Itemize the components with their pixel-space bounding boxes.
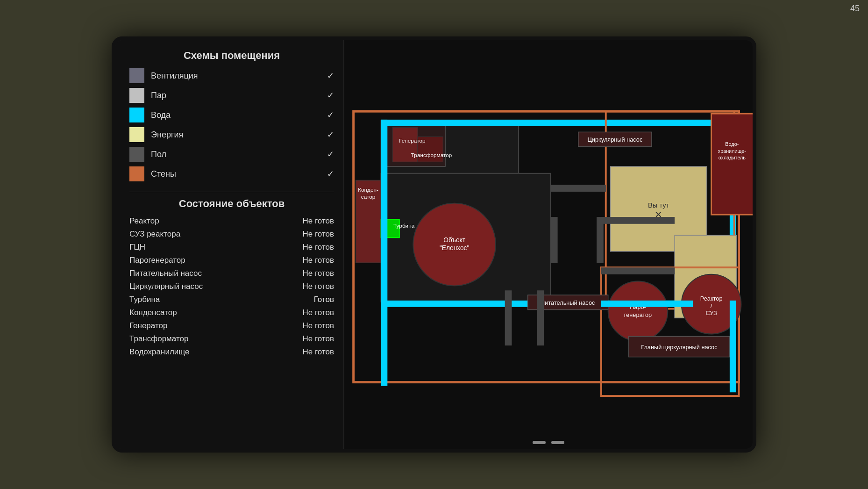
- svg-rect-44: [551, 185, 606, 192]
- status-condenser: Конденсатор Не готов: [129, 308, 334, 317]
- svg-text:СУЗ: СУЗ: [705, 309, 717, 316]
- svg-rect-17: [711, 114, 753, 215]
- status-feed-pump: Питательный насос Не готов: [129, 269, 334, 278]
- section2-title: Состояние объектов: [129, 198, 334, 210]
- check-floor[interactable]: ✓: [327, 149, 334, 159]
- label-steam: Пар: [151, 91, 322, 101]
- svg-text:Вы тут: Вы тут: [648, 201, 669, 209]
- svg-text:Реактор: Реактор: [700, 295, 723, 302]
- label-floor: Пол: [151, 150, 322, 159]
- bottom-dots: [533, 441, 564, 444]
- color-walls: [129, 166, 144, 181]
- svg-rect-51: [601, 301, 693, 307]
- left-panel: Схемы помещения Вентиляция ✓ Пар ✓ Вода …: [115, 40, 344, 449]
- status-circ-pump: Циркулярный насос Не готов: [129, 282, 334, 291]
- svg-text:Объект: Объект: [443, 237, 465, 244]
- color-water: [129, 108, 144, 122]
- legend-walls: Стены ✓: [129, 166, 334, 181]
- svg-text:Гланый циркулярный насос: Гланый циркулярный насос: [641, 344, 718, 351]
- svg-text:Конден-: Конден-: [358, 187, 378, 193]
- status-generator: Генератор Не готов: [129, 321, 334, 331]
- divider: [129, 192, 334, 192]
- svg-text:генератор: генератор: [624, 311, 652, 318]
- status-reactor: Реактор Не готов: [129, 216, 334, 226]
- section1-title: Схемы помещения: [129, 50, 334, 62]
- svg-text:Циркулярный насос: Циркулярный насос: [587, 136, 643, 143]
- svg-text:/: /: [711, 302, 712, 309]
- svg-text:хранилище-: хранилище-: [718, 148, 746, 154]
- check-energy[interactable]: ✓: [327, 129, 334, 140]
- color-floor: [129, 147, 144, 162]
- svg-rect-49: [601, 217, 675, 224]
- svg-text:Турбина: Турбина: [393, 223, 415, 229]
- label-ventilation: Вентиляция: [151, 71, 322, 81]
- svg-text:Трансформатор: Трансформатор: [411, 152, 452, 158]
- svg-rect-48: [537, 290, 544, 345]
- legend-floor: Пол ✓: [129, 147, 334, 162]
- svg-text:Водо-: Водо-: [725, 141, 739, 147]
- status-water-storage: Водохранилище Не готов: [129, 347, 334, 357]
- facility-map: Объект "Еленхос" Водо- хранилище- охлади…: [344, 40, 753, 449]
- svg-rect-52: [730, 301, 736, 392]
- status-steam-gen: Парогенератор Не готов: [129, 256, 334, 265]
- legend-steam: Пар ✓: [129, 88, 334, 103]
- svg-rect-50: [601, 267, 675, 274]
- svg-text:"Еленхос": "Еленхос": [440, 244, 469, 252]
- svg-rect-13: [381, 120, 388, 386]
- svg-rect-45: [551, 217, 558, 263]
- svg-text:сатор: сатор: [361, 194, 376, 200]
- label-energy: Энергия: [151, 130, 322, 140]
- check-walls[interactable]: ✓: [327, 169, 334, 179]
- check-ventilation[interactable]: ✓: [327, 71, 334, 81]
- color-ventilation: [129, 68, 144, 83]
- legend-ventilation: Вентиляция ✓: [129, 68, 334, 83]
- color-energy: [129, 127, 144, 142]
- map-panel: Объект "Еленхос" Водо- хранилище- охлади…: [344, 40, 753, 449]
- svg-text:Генератор: Генератор: [399, 137, 426, 144]
- legend-energy: Энергия ✓: [129, 127, 334, 142]
- svg-rect-12: [381, 120, 739, 126]
- status-gcn: ГЦН Не готов: [129, 243, 334, 252]
- status-turbine: Турбина Готов: [129, 295, 334, 304]
- screen: Схемы помещения Вентиляция ✓ Пар ✓ Вода …: [112, 36, 756, 453]
- svg-text:Питательный насос: Питательный насос: [541, 299, 595, 306]
- svg-text:охладитель: охладитель: [719, 155, 746, 160]
- dot-1[interactable]: [533, 441, 546, 444]
- label-water: Вода: [151, 110, 322, 120]
- label-walls: Стены: [151, 169, 322, 179]
- check-water[interactable]: ✓: [327, 110, 334, 120]
- svg-rect-47: [505, 290, 512, 345]
- check-steam[interactable]: ✓: [327, 90, 334, 101]
- page-number: 45: [850, 4, 860, 14]
- status-suz: СУЗ реактора Не готов: [129, 230, 334, 239]
- dot-2[interactable]: [551, 441, 564, 444]
- status-transformer: Трансформатор Не готов: [129, 334, 334, 344]
- color-steam: [129, 88, 144, 103]
- legend-water: Вода ✓: [129, 108, 334, 122]
